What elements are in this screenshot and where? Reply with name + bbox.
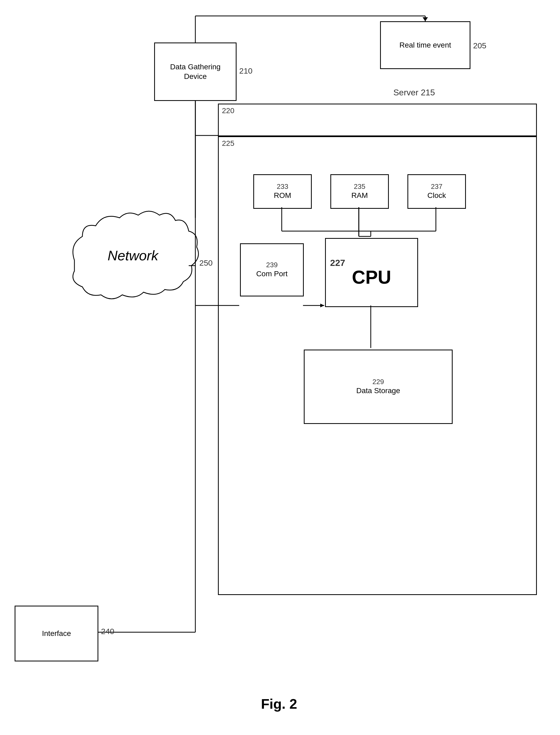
ref-250-text: 250 <box>199 259 213 267</box>
network-label-text: Network <box>108 248 159 263</box>
ref-210: 210 <box>239 66 252 75</box>
ref-205: 205 <box>473 41 486 50</box>
ref-225: 225 <box>222 139 234 148</box>
clock-label: Clock <box>427 191 446 200</box>
com-port-num: 239 <box>266 261 277 269</box>
server-outer-box: 220 225 233 ROM 235 RAM 237 Clock 227 <box>218 104 537 595</box>
cpu-num: 227 <box>330 258 345 268</box>
real-time-event-box: Real time event <box>380 21 470 69</box>
ram-label: RAM <box>351 191 368 200</box>
rom-box: 233 ROM <box>253 174 312 209</box>
com-port-label: Com Port <box>256 269 288 279</box>
ram-num: 235 <box>354 183 365 191</box>
ref-220: 220 <box>222 107 234 115</box>
network-cloud <box>73 211 198 299</box>
arrow-rte <box>423 17 428 21</box>
data-gathering-device-box: Data GatheringDevice <box>154 43 237 101</box>
ram-box: 235 RAM <box>330 174 389 209</box>
rom-num: 233 <box>277 183 288 191</box>
server-label: Server 215 <box>393 88 435 98</box>
layer-225: 225 233 ROM 235 RAM 237 Clock 227 CPU <box>219 136 536 596</box>
clock-box: 237 Clock <box>407 174 466 209</box>
com-port-box: 239 Com Port <box>240 243 304 297</box>
real-time-event-label: Real time event <box>399 40 451 50</box>
rom-label: ROM <box>274 191 291 200</box>
cpu-label: CPU <box>352 265 391 290</box>
diagram: Real time event 205 Data GatheringDevice… <box>0 0 560 735</box>
data-storage-num: 229 <box>372 378 384 386</box>
data-storage-label: Data Storage <box>356 386 400 395</box>
cpu-box: 227 CPU <box>325 238 418 307</box>
clock-num: 237 <box>431 183 442 191</box>
ref-240: 240 <box>101 627 114 636</box>
interface-box: Interface <box>15 606 98 661</box>
layer-220: 220 <box>219 104 536 136</box>
data-storage-box: 229 Data Storage <box>304 350 453 424</box>
dgd-label: Data GatheringDevice <box>170 62 221 82</box>
figure-caption: Fig. 2 <box>226 696 332 712</box>
interface-label: Interface <box>42 629 71 638</box>
